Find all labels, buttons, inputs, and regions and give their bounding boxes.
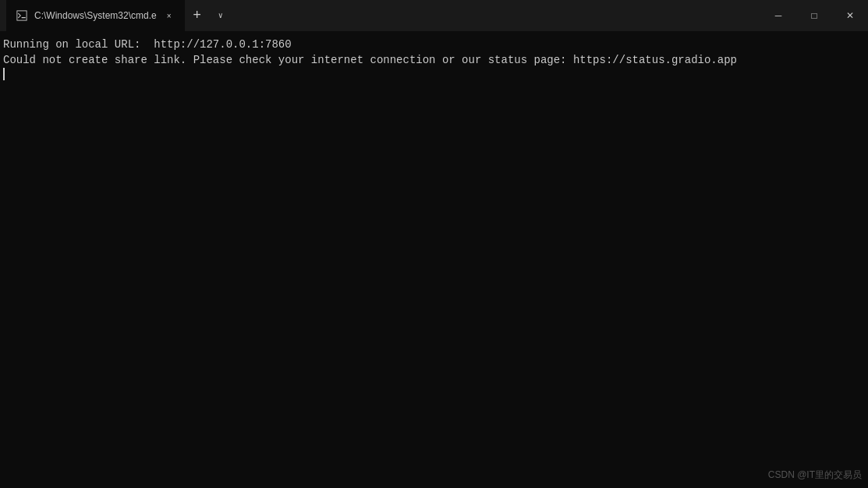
minimize-button[interactable]: ─ (760, 0, 796, 31)
terminal-cursor (3, 68, 5, 80)
window-controls: ─ □ ✕ (760, 0, 868, 31)
terminal-line-2: Could not create share link. Please chec… (3, 53, 865, 69)
terminal-window: C:\Windows\System32\cmd.e × + ∨ ─ □ ✕ Ru… (0, 0, 868, 488)
maximize-button[interactable]: □ (796, 0, 832, 31)
active-tab[interactable]: C:\Windows\System32\cmd.e × (6, 0, 185, 31)
terminal-line-1: Running on local URL: http://127.0.0.1:7… (3, 37, 865, 53)
watermark: CSDN @IT里的交易员 (768, 469, 862, 482)
tab-area: C:\Windows\System32\cmd.e × + ∨ (6, 0, 760, 31)
close-button[interactable]: ✕ (832, 0, 868, 31)
cursor-line (3, 68, 865, 80)
tab-close-button[interactable]: × (163, 9, 175, 22)
new-tab-button[interactable]: + (185, 3, 210, 28)
title-bar: C:\Windows\System32\cmd.e × + ∨ ─ □ ✕ (0, 0, 868, 31)
tab-title: C:\Windows\System32\cmd.e (34, 10, 157, 21)
terminal-body[interactable]: Running on local URL: http://127.0.0.1:7… (0, 31, 868, 488)
cmd-icon (16, 9, 28, 22)
svg-rect-0 (17, 11, 27, 20)
dropdown-button[interactable]: ∨ (210, 5, 232, 27)
